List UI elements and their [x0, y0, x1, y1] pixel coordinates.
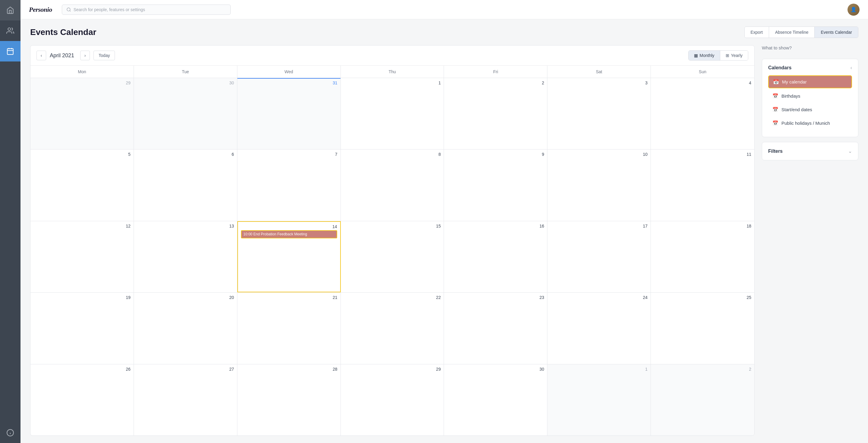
day-cell-4-2[interactable]: 28 [237, 364, 341, 436]
next-month-button[interactable]: › [80, 50, 90, 60]
day-cell-0-3[interactable]: 1 [341, 78, 444, 149]
day-cell-2-2[interactable]: 1410:00 End Probation Feedback Meeting [237, 221, 341, 292]
day-cell-0-2[interactable]: 31 [237, 78, 341, 149]
day-num-4-2: 28 [240, 367, 338, 372]
day-num-4-1: 27 [137, 367, 234, 372]
calendar-item-my-calendar[interactable]: 📅 My calendar [768, 75, 852, 88]
calendar-item-public-holidays[interactable]: 📅 Public holidays / Munich [768, 117, 852, 129]
page-content: Events Calendar Export Absence Timeline … [21, 19, 868, 443]
calendar-nav: ‹ April 2021 › Today ▦ Monthly ⊞ Yearly [30, 45, 754, 66]
day-cell-3-0[interactable]: 19 [30, 293, 134, 364]
search-bar[interactable]: Search for people, features or settings [62, 4, 231, 15]
calendar-icon-monthly: ▦ [694, 53, 698, 58]
calendar-item-birthdays[interactable]: 📅 Birthdays [768, 90, 852, 102]
day-num-3-6: 25 [654, 295, 751, 300]
day-num-1-0: 5 [33, 152, 131, 157]
day-num-2-3: 15 [344, 224, 441, 229]
day-cell-2-1[interactable]: 13 [134, 221, 237, 292]
day-cell-2-0[interactable]: 12 [30, 221, 134, 292]
section-header-calendars: Calendars ‹ [768, 65, 852, 70]
day-cell-4-5[interactable]: 1 [548, 364, 651, 436]
day-cell-2-6[interactable]: 18 [651, 221, 754, 292]
sidebar-item-home[interactable] [0, 0, 21, 21]
day-num-0-5: 3 [550, 80, 648, 85]
svg-line-9 [70, 10, 70, 11]
calendars-collapse-icon[interactable]: ‹ [850, 65, 852, 70]
day-cell-0-5[interactable]: 3 [548, 78, 651, 149]
prev-month-button[interactable]: ‹ [36, 50, 46, 60]
day-cell-3-1[interactable]: 20 [134, 293, 237, 364]
calendar-area: ‹ April 2021 › Today ▦ Monthly ⊞ Yearly [30, 45, 858, 436]
app-header: Personio Search for people, features or … [21, 0, 868, 19]
day-num-1-3: 8 [344, 152, 441, 157]
day-num-0-4: 2 [447, 80, 544, 85]
week-row-1: 567891011 [30, 149, 754, 221]
sidebar-item-people[interactable] [0, 21, 21, 41]
day-cell-3-2[interactable]: 21 [237, 293, 341, 364]
day-cell-3-4[interactable]: 23 [444, 293, 548, 364]
day-cell-1-3[interactable]: 8 [341, 149, 444, 220]
sidebar-item-info[interactable] [6, 422, 14, 443]
calendars-section: Calendars ‹ 📅 My calendar 📅 Birthdays 📅 … [762, 59, 858, 137]
sidebar-item-calendar[interactable] [0, 41, 21, 62]
week-row-2: 12131410:00 End Probation Feedback Meeti… [30, 221, 754, 293]
day-num-0-2: 31 [240, 80, 338, 85]
day-num-1-4: 9 [447, 152, 544, 157]
day-cell-2-4[interactable]: 16 [444, 221, 548, 292]
birthdays-label: Birthdays [781, 94, 801, 99]
day-cell-0-6[interactable]: 4 [651, 78, 754, 149]
day-cell-1-1[interactable]: 6 [134, 149, 237, 220]
filters-chevron-icon[interactable]: ⌄ [848, 148, 852, 154]
day-num-0-1: 30 [137, 80, 234, 85]
day-header-mon: Mon [30, 66, 134, 78]
day-num-3-5: 24 [550, 295, 648, 300]
calendars-title: Calendars [768, 65, 792, 70]
day-cell-4-6[interactable]: 2 [651, 364, 754, 436]
day-num-4-5: 1 [550, 367, 648, 372]
day-cell-3-5[interactable]: 24 [548, 293, 651, 364]
day-cell-4-3[interactable]: 29 [341, 364, 444, 436]
week-row-4: 262728293012 [30, 364, 754, 436]
day-cell-3-6[interactable]: 25 [651, 293, 754, 364]
day-num-2-4: 16 [447, 224, 544, 229]
day-cell-0-1[interactable]: 30 [134, 78, 237, 149]
yearly-label: Yearly [731, 53, 743, 58]
day-header-wed: Wed [237, 66, 341, 78]
day-cell-1-4[interactable]: 9 [444, 149, 548, 220]
today-button[interactable]: Today [93, 50, 115, 60]
calendar-weeks: 293031123456789101112131410:00 End Proba… [30, 78, 754, 436]
day-num-1-5: 10 [550, 152, 648, 157]
day-cell-2-3[interactable]: 15 [341, 221, 444, 292]
avatar[interactable]: 👤 [847, 4, 860, 16]
calendar-main: ‹ April 2021 › Today ▦ Monthly ⊞ Yearly [30, 45, 754, 436]
day-cell-4-4[interactable]: 30 [444, 364, 548, 436]
my-calendar-icon: 📅 [773, 79, 779, 85]
yearly-view-button[interactable]: ⊞ Yearly [720, 50, 748, 60]
day-cell-1-6[interactable]: 11 [651, 149, 754, 220]
day-cell-4-1[interactable]: 27 [134, 364, 237, 436]
day-cell-3-3[interactable]: 22 [341, 293, 444, 364]
export-button[interactable]: Export [745, 27, 769, 38]
events-calendar-button[interactable]: Events Calendar [815, 27, 858, 38]
day-cell-2-5[interactable]: 17 [548, 221, 651, 292]
day-header-fri: Fri [444, 66, 548, 78]
day-cell-0-4[interactable]: 2 [444, 78, 548, 149]
day-num-4-4: 30 [447, 367, 544, 372]
sidebar [0, 0, 21, 443]
day-cell-4-0[interactable]: 26 [30, 364, 134, 436]
day-cell-0-0[interactable]: 29 [30, 78, 134, 149]
day-num-2-5: 17 [550, 224, 648, 229]
day-cell-1-2[interactable]: 7 [237, 149, 341, 220]
day-num-3-0: 19 [33, 295, 131, 300]
event-2-2[interactable]: 10:00 End Probation Feedback Meeting [241, 230, 337, 238]
public-holidays-label: Public holidays / Munich [781, 121, 830, 126]
today-indicator [237, 78, 341, 79]
page-header: Events Calendar Export Absence Timeline … [30, 27, 858, 38]
absence-timeline-button[interactable]: Absence Timeline [769, 27, 815, 38]
monthly-view-button[interactable]: ▦ Monthly [688, 50, 720, 60]
filters-header: Filters ⌄ [768, 148, 852, 154]
day-cell-1-5[interactable]: 10 [548, 149, 651, 220]
week-row-0: 2930311234 [30, 78, 754, 149]
day-cell-1-0[interactable]: 5 [30, 149, 134, 220]
calendar-item-start-end[interactable]: 📅 Start/end dates [768, 104, 852, 115]
